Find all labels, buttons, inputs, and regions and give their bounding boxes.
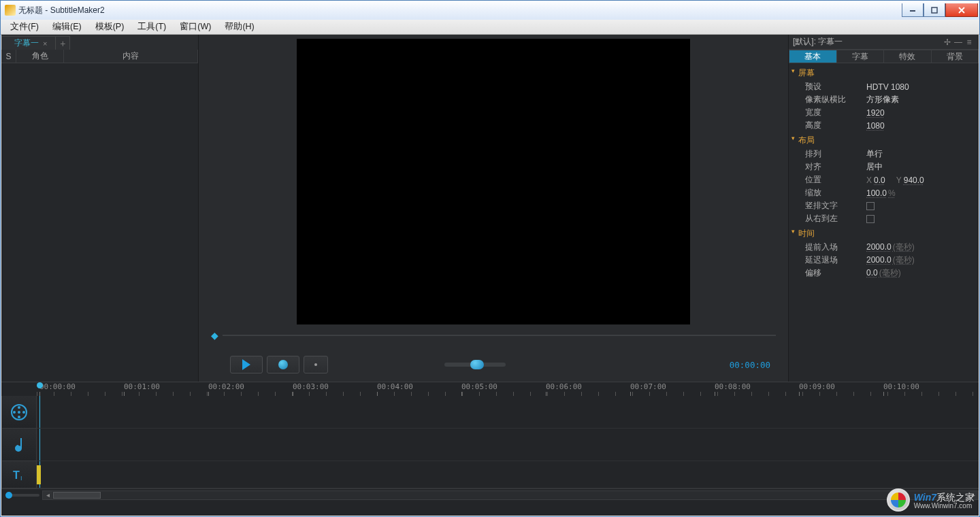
slider-knob[interactable] (470, 360, 484, 369)
svg-rect-0 (910, 10, 915, 12)
menu-edit[interactable]: 编辑(E) (46, 20, 88, 34)
tab-background[interactable]: 背景 (932, 50, 979, 63)
minimize-button[interactable] (902, 3, 924, 17)
tab-subtitle[interactable]: 字幕 (837, 50, 885, 63)
window-title: 无标题 - SubtitleMaker2 (18, 5, 105, 16)
value-par[interactable]: 方形像素 (866, 94, 975, 105)
text-track-head[interactable]: TI (1, 461, 37, 488)
minus-icon[interactable]: — (953, 37, 964, 47)
menu-file[interactable]: 文件(F) (3, 20, 46, 34)
svg-point-4 (18, 416, 20, 418)
zoom-slider[interactable] (5, 494, 39, 497)
value-lead-in[interactable]: 2000.0(毫秒) (866, 241, 975, 253)
col-role: 角色 (16, 50, 64, 63)
preview-panel: ◆ 00:00:00 (199, 35, 788, 382)
value-lead-out[interactable]: 2000.0(毫秒) (866, 254, 975, 266)
horizontal-scrollbar[interactable]: ◂ ▸ (42, 490, 979, 500)
value-height[interactable]: 1080 (866, 121, 975, 131)
text-track[interactable] (37, 461, 979, 488)
value-pos-y[interactable]: 940.0 (904, 176, 924, 185)
menu-template[interactable]: 模板(P) (88, 20, 131, 34)
ruler-tick: 00:09:00 (799, 382, 835, 391)
title-bar: 无标题 - SubtitleMaker2 (1, 1, 979, 20)
watermark-url: Www.Winwin7.com (914, 502, 975, 510)
audio-track[interactable] (37, 429, 979, 461)
watermark-logo-icon (887, 488, 910, 512)
ruler-tick: 00:00:00 (39, 382, 76, 391)
timeline-tracks[interactable] (37, 396, 979, 488)
section-screen[interactable]: 屏幕 (793, 65, 975, 80)
value-scale[interactable]: 100.0% (866, 188, 975, 198)
seek-bar[interactable] (223, 335, 776, 336)
checkbox-rtl[interactable] (866, 215, 875, 223)
section-time[interactable]: 时间 (793, 225, 975, 241)
label-align: 对齐 (805, 161, 866, 173)
ruler-tick: 00:02:00 (208, 382, 244, 391)
col-s: S (1, 50, 16, 63)
label-scale: 缩放 (805, 187, 866, 199)
menu-icon[interactable]: ≡ (964, 37, 975, 47)
svg-point-6 (22, 411, 25, 414)
label-width: 宽度 (805, 107, 866, 118)
value-pos-x[interactable]: 0.0 (874, 176, 885, 185)
scroll-thumb[interactable] (53, 492, 101, 499)
value-width[interactable]: 1920 (866, 108, 975, 118)
watermark: Win7系统之家 Www.Winwin7.com (887, 488, 975, 512)
menu-tool[interactable]: 工具(T) (131, 20, 173, 34)
close-icon[interactable]: × (43, 39, 47, 48)
label-vertical: 竖排文字 (805, 200, 866, 212)
add-tab-button[interactable]: + (55, 36, 70, 50)
label-height: 高度 (805, 120, 866, 131)
svg-text:T: T (13, 469, 20, 481)
properties-title: [默认]: 字幕一 (793, 36, 942, 48)
audio-track-head[interactable] (1, 429, 37, 461)
scroll-left-icon[interactable]: ◂ (43, 491, 52, 499)
checkbox-vertical[interactable] (866, 202, 875, 210)
ruler-tick: 00:05:00 (461, 382, 497, 391)
value-arrange[interactable]: 单行 (866, 148, 975, 160)
menu-help[interactable]: 帮助(H) (218, 20, 261, 34)
maximize-button[interactable] (924, 3, 945, 17)
subtitle-list[interactable] (1, 63, 198, 382)
record-button[interactable] (267, 356, 299, 373)
close-button[interactable] (945, 3, 978, 17)
link-icon[interactable]: ✢ (942, 37, 953, 47)
label-rtl: 从右到左 (805, 213, 866, 224)
marker-icon[interactable]: ◆ (211, 330, 218, 341)
text-clip[interactable] (37, 465, 41, 484)
extra-button[interactable] (304, 356, 328, 373)
value-offset[interactable]: 0.0(毫秒) (866, 267, 975, 279)
label-par: 像素纵横比 (805, 94, 866, 105)
tab-label: 字幕一 (14, 37, 39, 49)
dot-icon (314, 363, 317, 366)
app-window: 无标题 - SubtitleMaker2 文件(F) 编辑(E) 模板(P) 工… (0, 0, 980, 517)
timeline-ruler[interactable]: 00:00:0000:01:0000:02:0000:03:0000:04:00… (37, 382, 979, 396)
label-preset: 预设 (805, 81, 866, 93)
section-layout[interactable]: 布局 (793, 132, 975, 148)
properties-header: [默认]: 字幕一 ✢ — ≡ (789, 35, 979, 50)
menu-window[interactable]: 窗口(W) (173, 20, 218, 34)
volume-slider[interactable] (444, 363, 506, 367)
watermark-brand2: 系统之家 (936, 492, 975, 503)
col-content: 内容 (64, 50, 198, 63)
label-lead-in: 提前入场 (805, 241, 866, 253)
ruler-tick: 00:06:00 (546, 382, 582, 391)
label-lead-out: 延迟退场 (805, 254, 866, 266)
play-button[interactable] (230, 356, 263, 373)
subtitle-tab-1[interactable]: 字幕一 × (1, 36, 56, 50)
svg-rect-1 (932, 7, 937, 13)
tab-basic[interactable]: 基本 (789, 50, 837, 63)
video-track-head[interactable] (1, 396, 37, 429)
tab-effect[interactable]: 特效 (884, 50, 932, 63)
zoom-knob[interactable] (5, 492, 12, 499)
watermark-brand1: Win7 (914, 492, 936, 503)
value-preset[interactable]: HDTV 1080 (866, 82, 975, 92)
music-note-icon (12, 436, 27, 454)
video-preview[interactable] (297, 39, 690, 324)
timeline-panel: 00:00:0000:01:0000:02:0000:03:0000:04:00… (1, 382, 979, 516)
text-icon: TI (12, 467, 27, 482)
value-align[interactable]: 居中 (866, 161, 975, 173)
video-track[interactable] (37, 396, 979, 429)
label-pos: 位置 (805, 174, 866, 186)
subtitle-list-panel: 字幕一 × + S 角色 内容 (1, 35, 199, 382)
